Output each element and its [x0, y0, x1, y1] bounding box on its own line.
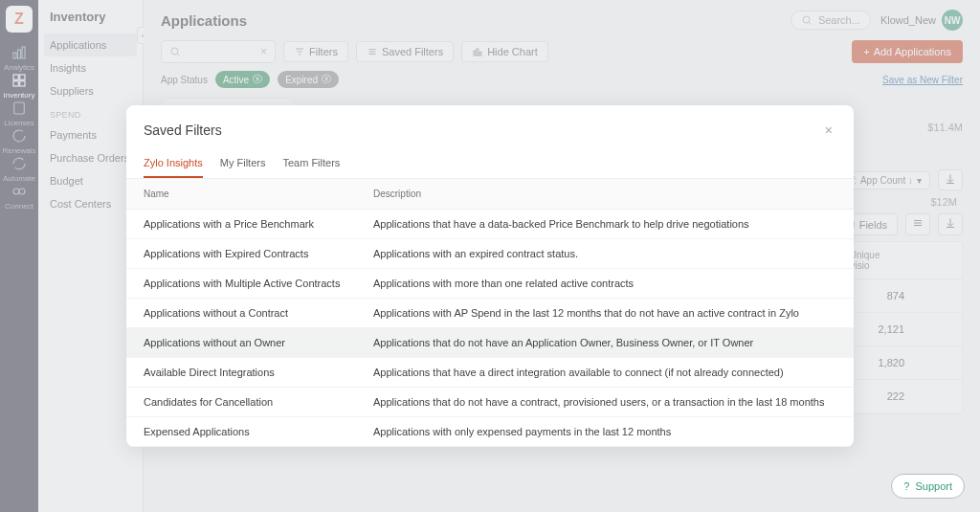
close-button[interactable]: ×: [821, 119, 836, 142]
tab-my-filters[interactable]: My Filters: [220, 149, 266, 178]
saved-filter-row[interactable]: Applications with a Price BenchmarkAppli…: [126, 210, 854, 239]
saved-filter-row[interactable]: Applications with Expired ContractsAppli…: [126, 239, 854, 269]
modal-title: Saved Filters: [144, 122, 222, 138]
modal-tabs: Zylo InsightsMy FiltersTeam Filters: [126, 149, 854, 179]
tab-zylo-insights[interactable]: Zylo Insights: [144, 149, 203, 178]
tab-team-filters[interactable]: Team Filters: [282, 149, 340, 178]
saved-filter-row[interactable]: Applications without a ContractApplicati…: [126, 299, 854, 328]
saved-filter-row[interactable]: Applications with Multiple Active Contra…: [126, 269, 854, 299]
support-button[interactable]: ? Support: [891, 474, 965, 499]
saved-filter-row[interactable]: Applications without an OwnerApplication…: [126, 328, 854, 358]
saved-filters-modal: Saved Filters × Zylo InsightsMy FiltersT…: [126, 105, 854, 447]
help-icon: ?: [903, 480, 909, 492]
col-description: Description: [373, 189, 836, 199]
modal-backdrop[interactable]: Saved Filters × Zylo InsightsMy FiltersT…: [0, 0, 980, 512]
col-name: Name: [144, 189, 373, 199]
saved-filter-row[interactable]: Candidates for CancellationApplications …: [126, 388, 854, 417]
saved-filter-row[interactable]: Expensed ApplicationsApplications with o…: [126, 417, 854, 447]
saved-filter-row[interactable]: Available Direct IntegrationsApplication…: [126, 358, 854, 388]
